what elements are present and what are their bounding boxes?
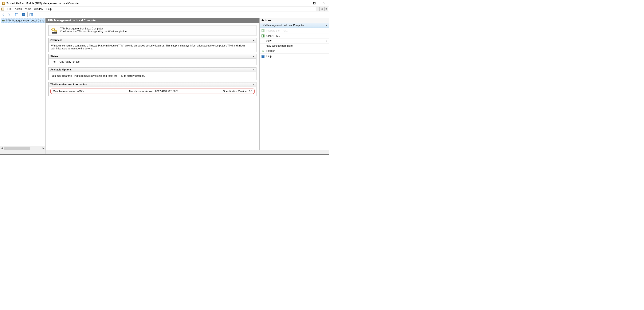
help-button[interactable]: ? [21,12,26,17]
scroll-thumb[interactable] [4,147,30,150]
arrow-right-green-icon [261,34,265,38]
action-refresh[interactable]: Refresh [260,48,329,54]
svg-rect-3 [314,2,316,4]
mdi-minimize-button[interactable]: ─ [316,7,320,11]
section-options-title: Available Options [50,68,72,71]
console-tree[interactable]: TPM Management on Local Comp [0,18,45,146]
action-clear-tpm[interactable]: Clear TPM... [260,33,329,39]
action-help[interactable]: ? Help [260,54,329,59]
scroll-left-arrow[interactable]: ◀ [0,147,4,150]
section-status-header[interactable]: Status [49,54,256,59]
collapse-caret-icon [253,69,254,70]
svg-rect-12 [2,20,4,21]
actions-header: Actions [260,18,329,23]
section-options-header[interactable]: Available Options [49,67,256,72]
collapse-caret-icon [253,56,254,57]
manufacturer-version-field: Manufacturer Version: 8217.4131.22.13878 [129,90,178,93]
manufacturer-name-label: Manufacturer Name: [53,90,76,93]
titlebar: Trusted Platform Module (TPM) Management… [0,0,329,6]
tree-horizontal-scrollbar[interactable]: ◀ ▶ [0,146,45,150]
menu-action[interactable]: Action [13,7,24,11]
manufacturer-highlight-row: Manufacturer Name: AMZN Manufacturer Ver… [50,89,254,94]
close-button[interactable] [319,0,329,6]
section-overview-header[interactable]: Overview [49,38,256,42]
action-label: New Window from Here [266,44,293,47]
section-overview: Overview Windows computers containing a … [48,38,256,52]
submenu-arrow-icon [326,40,327,42]
section-manufacturer-body: Manufacturer Name: AMZN Manufacturer Ver… [49,87,256,96]
svg-rect-5 [2,8,4,10]
minimize-button[interactable] [300,0,310,6]
collapse-caret-icon [326,25,327,26]
toolbar-separator [20,12,20,17]
specification-version-value: 2.0 [248,90,252,93]
action-label: Clear TPM... [266,34,280,37]
section-overview-body: Windows computers containing a Trusted P… [49,42,256,52]
svg-text:?: ? [262,55,264,57]
mmc-window: Trusted Platform Module (TPM) Management… [0,0,329,155]
statusbar-cell [0,150,46,154]
app-icon [2,2,5,5]
nav-back-button[interactable] [1,12,6,17]
action-new-window[interactable]: New Window from Here [260,43,329,48]
mdi-controls: ─ ❐ ✕ [316,7,328,11]
window-title: Trusted Platform Module (TPM) Management… [6,2,300,5]
section-manufacturer-header[interactable]: TPM Manufacturer Information [49,82,256,87]
manufacturer-version-value: 8217.4131.22.13878 [155,90,178,93]
menu-help[interactable]: Help [45,7,53,11]
actions-list: Prepare the TPM... Clear TPM... View New… [260,28,329,59]
actions-group-header[interactable]: TPM Management on Local Computer [260,23,329,28]
refresh-icon [261,49,265,53]
menu-view[interactable]: View [24,7,32,11]
maximize-button[interactable] [310,0,319,6]
action-label: View [266,39,272,42]
show-hide-action-pane-button[interactable] [29,12,34,17]
action-label: Prepare the TPM... [266,29,288,32]
action-view-submenu[interactable]: View [260,39,329,43]
console-tree-pane: TPM Management on Local Comp ◀ ▶ [0,18,46,150]
collapse-caret-icon [253,40,254,41]
manufacturer-name-field: Manufacturer Name: AMZN [53,90,84,93]
menubar: File Action View Window Help ─ ❐ ✕ [0,6,329,12]
collapse-caret-icon [253,84,254,85]
svg-rect-1 [3,2,4,4]
nav-forward-button[interactable] [6,12,12,17]
svg-rect-13 [2,20,2,21]
window-controls [300,0,329,6]
help-icon: ? [261,54,265,58]
menu-file[interactable]: File [6,7,13,11]
intro-description: Configures the TPM and its support by th… [60,30,128,33]
scroll-track[interactable] [4,147,42,150]
specification-version-field: Specification Version: 2.0 [223,90,252,93]
tree-node-tpm-root[interactable]: TPM Management on Local Comp [1,18,45,23]
svg-rect-19 [52,32,57,33]
statusbar-cell [46,150,329,154]
scroll-right-arrow[interactable]: ▶ [42,147,45,150]
details-body: TPM Management on Local Computer Configu… [46,23,260,150]
arrow-right-green-icon [261,29,265,32]
statusbar [0,150,329,154]
intro-text: TPM Management on Local Computer Configu… [60,27,128,33]
section-status-title: Status [50,55,58,58]
specification-version-label: Specification Version: [223,90,248,93]
tpm-key-icon [51,27,58,34]
action-prepare-tpm[interactable]: Prepare the TPM... [260,28,329,33]
mdi-restore-button[interactable]: ❐ [320,7,324,11]
tpm-chip-icon [2,19,5,22]
svg-rect-7 [15,13,16,16]
section-overview-title: Overview [50,39,62,42]
details-header: TPM Management on Local Computer [46,18,260,23]
menu-window[interactable]: Window [32,7,45,11]
manufacturer-name-value: AMZN [77,90,84,93]
section-manufacturer-title: TPM Manufacturer Information [50,83,87,86]
svg-rect-18 [56,31,56,32]
menubar-app-icon [1,7,4,11]
intro-box: TPM Management on Local Computer Configu… [48,25,256,36]
svg-rect-14 [4,20,5,21]
show-hide-tree-button[interactable] [14,12,19,17]
mdi-close-button[interactable]: ✕ [324,7,328,11]
section-status: Status The TPM is ready for use. [48,54,256,65]
intro-title: TPM Management on Local Computer [60,27,128,30]
svg-rect-17 [54,30,57,31]
svg-rect-11 [32,13,33,16]
